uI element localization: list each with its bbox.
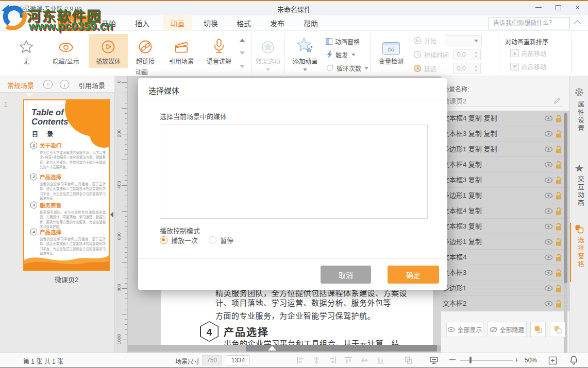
radio-play-once[interactable]: 播放一次 (160, 235, 198, 245)
bring-forward-button[interactable] (530, 322, 546, 337)
interaction-panel-tab[interactable]: 交互动画 (576, 176, 585, 207)
visibility-eye-icon[interactable] (544, 285, 553, 291)
fit-to-window-icon[interactable] (548, 356, 558, 365)
lock-icon[interactable] (554, 114, 563, 123)
lock-icon[interactable] (554, 284, 563, 293)
layer-row[interactable]: 文本框3 复制 (441, 219, 570, 234)
tab-format[interactable]: 格式 (229, 15, 258, 31)
selection-pane-icon[interactable] (575, 224, 584, 234)
zoom-slider-track[interactable] (460, 360, 513, 361)
lock-icon[interactable] (554, 222, 563, 231)
animation-none-button[interactable]: 无 (11, 34, 41, 68)
layer-row[interactable]: 多边形1 (441, 281, 570, 296)
hide-all-button[interactable]: 全部隐藏 (488, 322, 527, 337)
gear-icon[interactable] (575, 87, 584, 97)
visibility-eye-icon[interactable] (544, 162, 553, 168)
tab-insert[interactable]: 插入 (128, 15, 157, 31)
search-input[interactable] (489, 17, 570, 29)
layer-row[interactable]: 文本框3 (441, 265, 570, 281)
align-top-icon[interactable] (344, 356, 352, 364)
animation-pane-button[interactable]: 动画窗格 (326, 36, 360, 47)
scene-width-input[interactable] (202, 355, 222, 365)
star-icon[interactable] (575, 164, 584, 173)
media-listbox[interactable] (160, 125, 428, 219)
close-button[interactable]: × (570, 1, 585, 14)
lock-icon[interactable] (554, 161, 563, 169)
tab-transition[interactable]: 切换 (196, 15, 225, 31)
align-middle-icon[interactable] (360, 356, 368, 364)
layer-row[interactable]: 多边形1 复制 (441, 234, 570, 250)
layer-row[interactable]: 多边形1 复制 (441, 188, 570, 203)
move-scene-down-button[interactable]: ↓ (60, 80, 69, 89)
lock-icon[interactable] (554, 300, 563, 308)
lock-icon[interactable] (554, 176, 563, 185)
lock-icon[interactable] (554, 269, 563, 277)
file-menu-button[interactable]: 文件 (58, 15, 92, 31)
tab-help[interactable]: 帮助 (296, 15, 325, 31)
lock-icon[interactable] (554, 207, 563, 216)
visibility-eye-icon[interactable] (544, 270, 553, 276)
variable-check-button[interactable]: (x) 变量检测 (375, 34, 407, 68)
voice-narration-button[interactable]: 语音讲解 (202, 34, 236, 68)
scene-height-input[interactable] (227, 355, 249, 365)
tab-reference-scenes[interactable]: 引用场景 (78, 80, 105, 90)
present-icon[interactable] (429, 356, 439, 365)
loop-count-button[interactable]: 循环次数 (326, 62, 368, 74)
reference-scene-button[interactable]: 引用场景 (163, 34, 200, 68)
start-mode-dropdown[interactable] (445, 35, 482, 46)
maximize-button[interactable] (550, 1, 566, 14)
layer-row[interactable]: 文本框3 复制 复制 (441, 126, 570, 142)
move-forward-button[interactable]: 向前移动 (510, 47, 546, 59)
layer-row[interactable]: 文本框4 复制 (441, 203, 570, 219)
layer-row[interactable]: 多边形1 复制 复制 (441, 142, 570, 157)
lock-icon[interactable] (554, 145, 563, 154)
layer-row[interactable]: 文本框2 (441, 296, 570, 311)
visibility-eye-icon[interactable] (544, 301, 553, 307)
move-scene-up-button[interactable]: ↑ (43, 80, 53, 89)
tab-publish[interactable]: 发布 (263, 15, 292, 31)
selection-pane-tab[interactable]: 选择窗格 (576, 237, 585, 269)
slide-thumbnail[interactable]: Table of Contents 目 录 1关于我们 作为企业大学建设解决方案… (23, 99, 110, 271)
visibility-eye-icon[interactable] (544, 254, 553, 260)
notification-bell-icon[interactable] (569, 355, 579, 365)
collapse-up-icon[interactable] (268, 346, 276, 351)
visibility-eye-icon[interactable] (544, 223, 553, 230)
scrollbar-thumb[interactable] (564, 113, 567, 283)
show-all-button[interactable]: 全部显示 (446, 322, 483, 337)
radio-pause[interactable]: 暂停 (209, 235, 233, 245)
layer-row[interactable]: 文本框4 复制 (441, 157, 570, 172)
align-left-icon[interactable] (296, 356, 305, 364)
visibility-eye-icon[interactable] (544, 177, 553, 183)
lock-icon[interactable] (554, 130, 563, 138)
visibility-eye-icon[interactable] (544, 146, 553, 152)
effect-options-button[interactable]: 效果选项 (254, 34, 282, 68)
minimize-button[interactable] (531, 1, 546, 14)
play-media-button[interactable]: 播放媒体 (89, 34, 128, 68)
cancel-button[interactable]: 取消 (321, 266, 371, 284)
move-backward-button[interactable]: 向后移动 (510, 61, 546, 72)
layer-row[interactable]: 文本框4 (441, 250, 570, 265)
properties-panel-tab[interactable]: 属性设置 (576, 101, 585, 133)
trigger-button[interactable]: 触发 (326, 49, 356, 60)
confirm-button[interactable]: 确定 (388, 266, 439, 284)
panel-collapse-handle[interactable] (109, 208, 114, 221)
tab-home[interactable]: 开始 (94, 15, 123, 31)
ribbon-more-button[interactable] (236, 61, 248, 71)
zoom-slider-thumb[interactable] (469, 357, 472, 363)
lock-icon[interactable] (554, 191, 563, 200)
visibility-eye-icon[interactable] (544, 192, 553, 199)
layer-row[interactable]: 文本框4 复制 复制 (441, 111, 570, 126)
align-right-icon[interactable] (328, 356, 337, 364)
visibility-eye-icon[interactable] (544, 239, 553, 245)
horizontal-scrollbar[interactable] (128, 345, 441, 352)
visibility-eye-icon[interactable] (544, 115, 553, 121)
delay-input[interactable]: 0.0 (453, 63, 481, 74)
visibility-eye-icon[interactable] (544, 131, 553, 137)
zoom-in-button[interactable]: + (514, 355, 519, 364)
send-backward-button[interactable] (550, 322, 565, 337)
tab-normal-scenes[interactable]: 常规场景 (7, 80, 34, 90)
align-bottom-icon[interactable] (376, 356, 384, 364)
zoom-out-button[interactable] (449, 359, 456, 360)
lock-icon[interactable] (554, 238, 563, 247)
edit-pencil-icon[interactable] (553, 97, 561, 104)
